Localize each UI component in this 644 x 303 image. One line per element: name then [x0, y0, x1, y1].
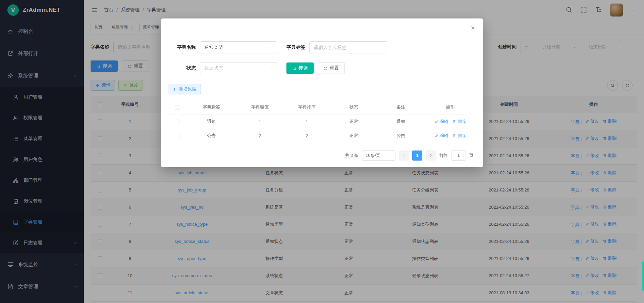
edit-link[interactable]: 编辑 — [435, 119, 448, 125]
cell-remark: 公告 — [377, 129, 424, 143]
table-row: 通知 1 1 正常 通知 编辑 删除 — [168, 115, 476, 129]
dict-name-label: 字典名称 — [168, 44, 196, 50]
plus-icon — [172, 87, 177, 91]
page-size-value: 10条/页 — [366, 153, 380, 159]
prev-page-button[interactable] — [399, 150, 409, 161]
cell-dict-label: 通知 — [186, 115, 236, 129]
cell-operation: 编辑 删除 — [424, 115, 476, 129]
add-data-button[interactable]: 新增数据 — [168, 84, 201, 94]
close-icon[interactable] — [470, 25, 476, 32]
search-icon — [292, 66, 297, 71]
cell-dict-value: 1 — [236, 115, 283, 129]
row-checkbox[interactable] — [175, 134, 179, 138]
chevron-down-icon — [268, 45, 273, 50]
delete-link[interactable]: 删除 — [452, 119, 466, 125]
chevron-left-icon — [402, 153, 406, 158]
add-data-label: 新增数据 — [179, 86, 196, 92]
current-page-button[interactable]: 1 — [412, 150, 422, 161]
page-size-select[interactable]: 10条/页 — [362, 150, 395, 161]
scrollbar-thumb[interactable] — [642, 261, 644, 291]
pagination: 共 2 条 10条/页 1 前往 页 — [168, 150, 476, 161]
goto-unit: 页 — [469, 153, 474, 159]
page-scrollbar[interactable] — [641, 0, 644, 303]
trash-icon — [452, 134, 456, 138]
cell-dict-label: 公告 — [186, 129, 236, 143]
chevron-down-icon — [268, 66, 273, 71]
trash-icon — [452, 120, 456, 124]
table-row: 公告 2 2 正常 公告 编辑 删除 — [168, 129, 476, 143]
cell-dict-value: 2 — [236, 129, 283, 143]
dialog-reset-button[interactable]: 重置 — [318, 62, 345, 74]
dialog-search-form: 字典名称 通知类型 字典标签 状态 数据状态 搜索 重置 — [168, 41, 476, 74]
goto-label: 前往 — [439, 153, 448, 159]
goto-page-input[interactable] — [451, 150, 466, 161]
edit-link[interactable]: 编辑 — [435, 133, 448, 139]
cell-status: 正常 — [330, 129, 377, 143]
status-select[interactable]: 数据状态 — [200, 62, 277, 74]
dialog-search-label: 搜索 — [299, 65, 308, 71]
pagination-total: 共 2 条 — [345, 153, 359, 159]
dict-tag-label: 字典标签 — [286, 44, 305, 50]
next-page-button[interactable] — [426, 150, 436, 161]
col-dict-label: 字典标签 — [186, 100, 236, 115]
cell-remark: 通知 — [377, 115, 424, 129]
cell-status: 正常 — [330, 115, 377, 129]
dialog-reset-label: 重置 — [330, 65, 339, 71]
dict-tag-input[interactable] — [309, 41, 388, 53]
edit-icon — [435, 134, 439, 138]
chevron-down-icon — [387, 153, 392, 158]
dict-name-select[interactable]: 通知类型 — [200, 41, 277, 53]
col-status: 状态 — [330, 100, 377, 115]
cell-operation: 编辑 删除 — [424, 129, 476, 143]
delete-link[interactable]: 删除 — [452, 133, 466, 139]
cell-dict-sort: 1 — [283, 115, 330, 129]
col-dict-sort: 字典排序 — [283, 100, 330, 115]
status-select-placeholder: 数据状态 — [204, 65, 223, 71]
dialog-search-button[interactable]: 搜索 — [286, 62, 314, 74]
dict-data-table: 字典标签 字典键值 字典排序 状态 备注 操作 通知 1 1 正常 通知 编辑 … — [168, 100, 476, 143]
table-header-row: 字典标签 字典键值 字典排序 状态 备注 操作 — [168, 100, 476, 115]
chevron-right-icon — [429, 153, 433, 158]
col-operation: 操作 — [424, 100, 476, 115]
dict-data-dialog: 字典名称 通知类型 字典标签 状态 数据状态 搜索 重置 — [161, 18, 483, 167]
edit-icon — [435, 120, 439, 124]
row-checkbox[interactable] — [175, 120, 179, 124]
col-remark: 备注 — [377, 100, 424, 115]
status-label: 状态 — [168, 65, 196, 71]
refresh-icon — [323, 66, 328, 71]
col-dict-value: 字典键值 — [236, 100, 283, 115]
select-all-checkbox[interactable] — [175, 105, 179, 110]
dict-name-select-value: 通知类型 — [204, 44, 223, 50]
cell-dict-sort: 2 — [283, 129, 330, 143]
